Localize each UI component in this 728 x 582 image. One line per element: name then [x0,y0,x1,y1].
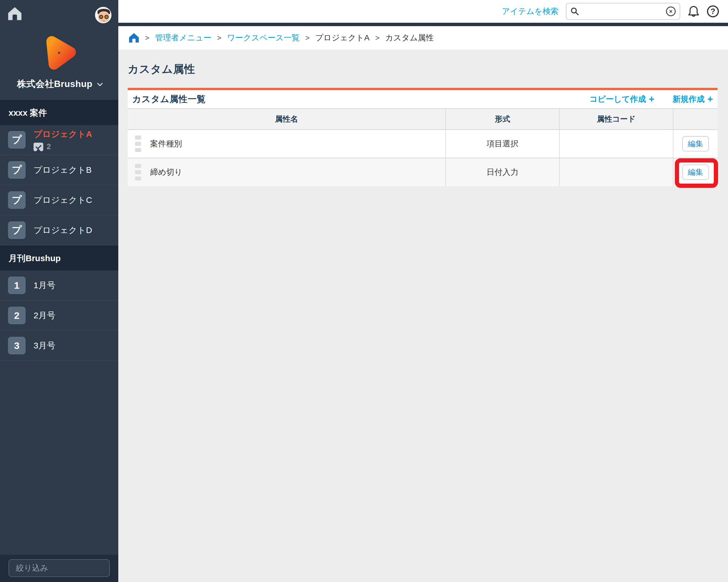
avatar-glasses-left [99,15,103,19]
column-header-name: 属性名 [128,109,446,129]
card-title: カスタム属性一覧 [132,93,206,105]
breadcrumb-separator: > [306,33,310,43]
copy-create-button[interactable]: コピーして作成 [590,94,654,105]
breadcrumb-separator: > [217,33,221,43]
home-icon[interactable] [7,7,22,21]
item-search-link[interactable]: アイテムを検索 [502,6,558,17]
sidebar-item-project-a[interactable]: プ プロジェクトA 2 [0,125,118,155]
table-header-row: 属性名 形式 属性コード [128,109,718,129]
issue-icon: 3 [8,337,26,354]
sidebar-item-label: プロジェクトC [33,194,92,206]
issue-icon: 2 [8,307,26,324]
sidebar-item-issue-3[interactable]: 3 3月号 [0,331,118,361]
sidebar-item-project-c[interactable]: プ プロジェクトC [0,185,118,215]
attribute-name: 締め切り [150,167,182,177]
page-content: カスタム属性 カスタム属性一覧 コピーして作成 新規作成 属性名 [118,50,728,579]
sidebar-section-header-case: xxxx 案件 [0,100,118,125]
sidebar-filter-area [0,555,118,582]
column-header-actions [673,109,718,129]
attribute-name: 案件種別 [150,138,182,149]
column-header-type: 形式 [446,109,560,129]
main-area: アイテムを検索 > 管理者メニュー > ワークスペース一覧 > プロジェクトA … [118,0,728,582]
sidebar-item-issue-1[interactable]: 1 1月号 [0,271,118,301]
breadcrumb-separator: > [375,33,379,43]
breadcrumb: > 管理者メニュー > ワークスペース一覧 > プロジェクトA > カスタム属性 [118,26,728,50]
table-row: 案件種別 項目選択 編集 [128,129,718,158]
column-header-code: 属性コード [560,109,673,129]
brushup-logo-icon [34,30,84,75]
project-icon: プ [8,191,26,209]
search-box [566,3,680,20]
new-create-label: 新規作成 [673,94,704,105]
sidebar-item-label: 3月号 [33,340,55,352]
attribute-code [560,130,673,158]
sidebar-item-project-d[interactable]: プ プロジェクトD [0,215,118,246]
avatar-glasses-right [104,15,109,19]
page-title: カスタム属性 [128,62,728,77]
drag-handle-icon[interactable] [135,136,141,152]
project-icon: プ [8,161,26,179]
sidebar-item-label: プロジェクトD [33,224,92,236]
filter-input[interactable] [8,559,110,577]
breadcrumb-workspace-list[interactable]: ワークスペース一覧 [227,32,300,43]
attribute-code [560,158,673,186]
sidebar-item-label: プロジェクトA [33,129,92,140]
search-icon [570,7,579,16]
avatar[interactable] [95,7,111,23]
issue-icon: 1 [8,277,26,294]
clear-search-icon[interactable] [666,6,676,16]
breadcrumb-project-a: プロジェクトA [315,32,370,43]
attribute-type: 項目選択 [446,130,560,158]
sidebar-item-project-b[interactable]: プ プロジェクトB [0,155,118,185]
table-row: 締め切り 日付入力 編集 [128,158,718,186]
attribute-type: 日付入力 [446,158,560,186]
notification-bell-icon[interactable] [687,5,700,18]
chevron-down-icon [97,80,103,86]
sidebar-item-issue-2[interactable]: 2 2月号 [0,301,118,331]
breadcrumb-admin-menu[interactable]: 管理者メニュー [155,32,211,43]
custom-attributes-card: カスタム属性一覧 コピーして作成 新規作成 属性名 形式 属性コード [128,88,718,186]
sidebar: 株式会社Brushup xxxx 案件 プ プロジェクトA 2 プ プロジェクト… [0,0,118,582]
help-icon[interactable] [707,5,719,17]
edit-button-row-2[interactable]: 編集 [682,165,709,180]
project-icon: プ [8,131,26,149]
sidebar-topbar [0,0,118,28]
breadcrumb-current: カスタム属性 [385,32,434,43]
plus-icon [649,94,654,104]
edit-button-row-1[interactable]: 編集 [682,136,709,151]
sidebar-item-label: プロジェクトB [33,164,92,176]
workspace-switcher[interactable]: 株式会社Brushup [0,78,118,90]
sidebar-section-header-monthly: 月刊Brushup [0,246,118,271]
brushup-logo [0,30,118,75]
plus-icon [707,94,713,104]
topbar: アイテムを検索 [118,0,728,26]
sidebar-item-label: 2月号 [33,310,55,322]
drag-handle-icon[interactable] [135,164,141,181]
search-input[interactable] [582,7,662,16]
avatar-smile [102,20,105,21]
new-create-button[interactable]: 新規作成 [673,94,713,105]
company-name: 株式会社Brushup [17,78,93,90]
project-icon: プ [8,221,26,239]
copy-create-label: コピーして作成 [590,94,646,105]
sidebar-item-label: 1月号 [33,280,55,291]
attributes-table: 属性名 形式 属性コード 案件種別 項目選択 編集 [128,108,718,186]
breadcrumb-separator: > [145,33,149,43]
task-count: 2 [47,142,51,151]
breadcrumb-home-icon[interactable] [129,33,139,43]
card-header: カスタム属性一覧 コピーして作成 新規作成 [128,90,718,108]
task-check-icon [33,143,43,151]
